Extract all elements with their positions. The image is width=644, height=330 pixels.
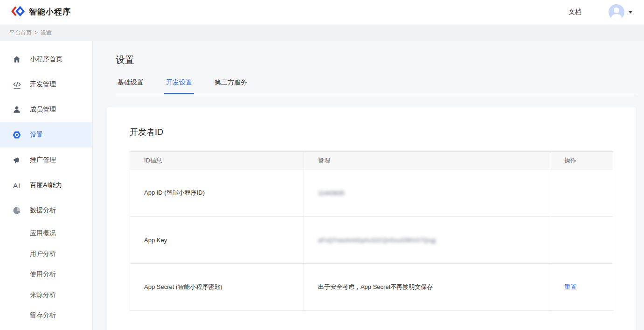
doc-link[interactable]: 文档 — [568, 8, 582, 16]
sidebar: 小程序首页 开发管理 成员管理 设置 推广管理 — [0, 41, 92, 330]
col-header-manage: 管理 — [304, 152, 550, 169]
settings-tabs: 基础设置 开发设置 第三方服务 — [116, 78, 636, 94]
megaphone-icon — [12, 155, 21, 165]
table-row-app-id: App ID (智能小程序ID) 11443635 — [130, 169, 613, 217]
col-header-id-info: ID信息 — [130, 152, 304, 169]
breadcrumb-current: 设置 — [41, 29, 52, 37]
brand-logo-icon — [11, 5, 25, 19]
developer-id-table: ID信息 管理 操作 App ID (智能小程序ID) 11443635 App… — [130, 151, 613, 311]
sidebar-subitem-usage-analysis[interactable]: 使用分析 — [0, 264, 92, 285]
app-secret-label: App Secret (智能小程序密匙) — [130, 264, 304, 311]
table-row-app-key: App Key aFsQ7nwshmtGpAs32CQnSxuG9KhX7Qsg… — [130, 217, 613, 264]
breadcrumb-home[interactable]: 平台首页 — [9, 29, 32, 37]
breadcrumb: 平台首页 > 设置 — [0, 24, 644, 41]
sidebar-item-data-analysis[interactable]: 数据分析 — [0, 198, 92, 223]
col-header-action: 操作 — [550, 152, 613, 169]
sidebar-item-home[interactable]: 小程序首页 — [0, 47, 92, 72]
avatar-person-icon — [614, 7, 619, 13]
top-header: 智能小程序 文档 — [0, 0, 644, 24]
page-title: 设置 — [116, 54, 636, 66]
app-key-label: App Key — [130, 217, 304, 264]
breadcrumb-separator: > — [35, 29, 38, 36]
sidebar-item-members[interactable]: 成员管理 — [0, 97, 92, 122]
account-caret-down-icon[interactable] — [628, 11, 633, 14]
sidebar-subitem-user-analysis[interactable]: 用户分析 — [0, 244, 92, 264]
app-id-value-blurred: 11443635 — [318, 190, 345, 197]
pie-chart-icon — [12, 206, 21, 215]
developer-id-card: 开发者ID ID信息 管理 操作 App ID (智能小程序ID) 114436… — [107, 107, 636, 330]
sidebar-item-dev-manage[interactable]: 开发管理 — [0, 72, 92, 97]
app-id-label: App ID (智能小程序ID) — [130, 169, 304, 217]
user-avatar[interactable] — [609, 4, 624, 20]
sidebar-subitem-retention-analysis[interactable]: 留存分析 — [0, 305, 92, 326]
home-icon — [12, 55, 21, 64]
tab-dev-settings[interactable]: 开发设置 — [164, 78, 194, 94]
ai-icon: AI — [12, 181, 21, 190]
reset-secret-link[interactable]: 重置 — [564, 283, 576, 290]
tab-basic-settings[interactable]: 基础设置 — [116, 78, 145, 94]
brand: 智能小程序 — [11, 5, 71, 19]
card-heading: 开发者ID — [130, 126, 613, 138]
sidebar-subitem-source-analysis[interactable]: 来源分析 — [0, 285, 92, 305]
app-secret-note: 出于安全考虑，App Secret不再被明文保存 — [304, 264, 550, 311]
member-icon — [12, 105, 21, 114]
tab-third-party[interactable]: 第三方服务 — [213, 78, 249, 94]
sidebar-item-baidu-ai[interactable]: AI 百度AI能力 — [0, 173, 92, 198]
sidebar-item-settings[interactable]: 设置 — [0, 122, 92, 147]
brand-title: 智能小程序 — [29, 7, 71, 17]
sidebar-subitem-app-overview[interactable]: 应用概况 — [0, 223, 92, 244]
settings-icon — [12, 130, 21, 140]
code-icon — [12, 80, 21, 89]
table-row-app-secret: App Secret (智能小程序密匙) 出于安全考虑，App Secret不再… — [130, 264, 613, 311]
sidebar-item-promotion[interactable]: 推广管理 — [0, 147, 92, 173]
app-key-value-blurred: aFsQ7nwshmtGpAs32CQnSxuG9KhX7Qsgj — [318, 237, 436, 244]
main-content: 设置 基础设置 开发设置 第三方服务 开发者ID ID信息 管理 操作 — [92, 41, 644, 330]
